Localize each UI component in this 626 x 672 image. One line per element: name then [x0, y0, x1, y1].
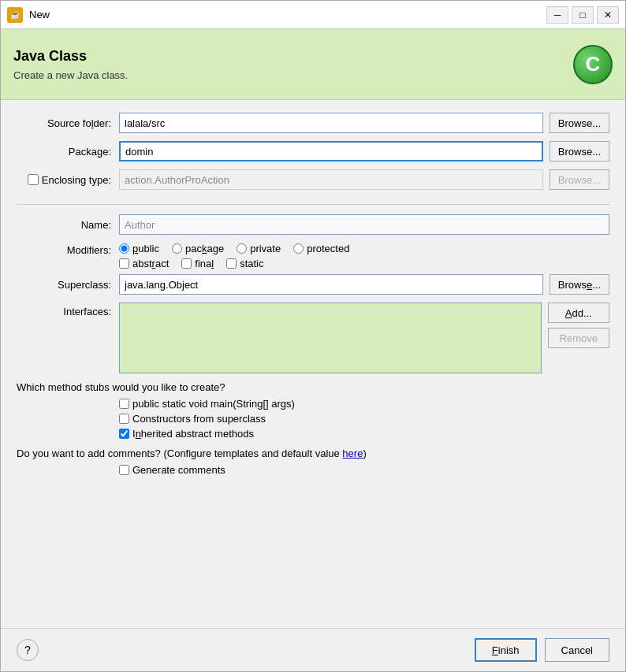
superclass-browse-button[interactable]: Browse...	[550, 274, 609, 295]
stub-inherited-label: Inherited abstract methods	[132, 428, 254, 440]
name-label: Name:	[17, 219, 119, 231]
modifier-private-label: private	[250, 243, 281, 254]
modifier-final[interactable]: final	[181, 258, 214, 269]
modifier-final-checkbox[interactable]	[181, 258, 192, 269]
modifier-static-label: static	[240, 258, 263, 269]
modifier-package[interactable]: package	[172, 243, 224, 254]
comments-link[interactable]: here	[342, 447, 363, 459]
enclosing-type-checkbox[interactable]	[28, 174, 39, 185]
superclass-row: Superclass: Browse...	[17, 274, 609, 295]
footer-left: ?	[17, 639, 39, 661]
new-java-class-dialog: ☕ New ─ □ ✕ Java Class Create a new Java…	[0, 0, 626, 672]
source-folder-label: Source folder:	[17, 117, 119, 129]
interfaces-buttons: Add... Remove	[548, 303, 609, 348]
modifiers-label: Modifiers:	[17, 243, 119, 256]
interfaces-list	[119, 303, 542, 373]
comments-section: Do you want to add comments? (Configure …	[17, 447, 609, 476]
page-subtitle: Create a new Java class.	[13, 69, 128, 81]
source-folder-row: Source folder: Browse...	[17, 113, 609, 133]
modifier-protected[interactable]: protected	[293, 243, 349, 254]
modifier-static-checkbox[interactable]	[226, 258, 237, 269]
stub-main-label: public static void main(String[] args)	[132, 398, 295, 410]
help-button[interactable]: ?	[17, 639, 39, 661]
modifiers-row: Modifiers: public package private	[17, 243, 609, 269]
package-row: Package: Browse...	[17, 141, 609, 162]
superclass-input[interactable]	[119, 274, 543, 295]
name-input[interactable]	[119, 214, 609, 235]
minimize-button[interactable]: ─	[546, 6, 568, 24]
enclosing-type-row: Enclosing type: Browse...	[17, 169, 609, 190]
stub-constructors-label: Constructors from superclass	[132, 413, 266, 425]
java-icon: C	[573, 45, 613, 84]
modifier-package-label: package	[185, 243, 224, 254]
interfaces-label: Interfaces:	[17, 303, 119, 317]
package-browse-button[interactable]: Browse...	[550, 141, 609, 162]
interfaces-add-button[interactable]: Add...	[548, 303, 609, 323]
source-folder-browse-button[interactable]: Browse...	[550, 113, 609, 133]
comments-title: Do you want to add comments? (Configure …	[17, 447, 609, 459]
source-folder-input[interactable]	[119, 113, 543, 133]
modifier-static[interactable]: static	[226, 258, 263, 269]
java-icon-letter: C	[586, 52, 601, 76]
modifier-private-radio[interactable]	[237, 243, 247, 254]
modifier-checkbox-row: abstract final static	[119, 258, 609, 269]
icon-letter: ☕	[10, 10, 20, 19]
dialog-icon: ☕	[7, 7, 23, 23]
enclosing-label-area: Enclosing type:	[17, 174, 119, 186]
comments-items: Generate comments	[119, 464, 609, 476]
separator-1	[17, 204, 609, 205]
close-button[interactable]: ✕	[597, 6, 619, 24]
modifier-public-radio[interactable]	[119, 243, 129, 254]
stub-constructors[interactable]: Constructors from superclass	[119, 413, 609, 425]
enclosing-type-browse-button: Browse...	[550, 169, 609, 190]
header-area: Java Class Create a new Java class. C	[1, 29, 625, 100]
generate-comments-label: Generate comments	[132, 464, 225, 476]
modifier-protected-label: protected	[307, 243, 349, 254]
enclosing-type-label: Enclosing type:	[42, 174, 111, 186]
enclosing-type-input[interactable]	[119, 169, 543, 190]
modifier-public[interactable]: public	[119, 243, 159, 254]
modifier-abstract-label: abstract	[132, 258, 169, 269]
package-input[interactable]	[119, 141, 543, 162]
name-row: Name:	[17, 214, 609, 235]
stubs-items: public static void main(String[] args) C…	[119, 398, 609, 440]
title-bar: ☕ New ─ □ ✕	[1, 1, 625, 29]
generate-comments-option[interactable]: Generate comments	[119, 464, 609, 476]
window-controls: ─ □ ✕	[546, 6, 619, 24]
finish-button[interactable]: Finish	[475, 638, 537, 662]
stubs-title: Which method stubs would you like to cre…	[17, 381, 609, 393]
modifier-public-label: public	[132, 243, 159, 254]
modifier-private[interactable]: private	[237, 243, 281, 254]
form-area: Source folder: Browse... Package: Browse…	[1, 100, 625, 628]
header-text: Java Class Create a new Java class.	[13, 48, 128, 81]
page-title: Java Class	[13, 48, 128, 65]
dialog-title: New	[29, 9, 546, 20]
stub-main-method[interactable]: public static void main(String[] args)	[119, 398, 609, 410]
interfaces-row: Interfaces: Add... Remove	[17, 303, 609, 373]
interfaces-remove-button: Remove	[548, 328, 609, 348]
stub-inherited[interactable]: Inherited abstract methods	[119, 428, 609, 440]
footer-right: Finish Cancel	[475, 638, 609, 662]
maximize-button[interactable]: □	[572, 6, 594, 24]
modifier-abstract[interactable]: abstract	[119, 258, 169, 269]
stub-inherited-checkbox[interactable]	[119, 429, 129, 439]
footer: ? Finish Cancel	[1, 628, 625, 671]
modifiers-content: public package private protected	[119, 243, 609, 269]
stub-main-checkbox[interactable]	[119, 399, 129, 409]
modifier-radio-row: public package private protected	[119, 243, 609, 254]
modifier-package-radio[interactable]	[172, 243, 182, 254]
modifier-final-label: final	[195, 258, 214, 269]
cancel-button[interactable]: Cancel	[545, 638, 609, 662]
stub-constructors-checkbox[interactable]	[119, 414, 129, 424]
package-label: Package:	[17, 146, 119, 158]
generate-comments-checkbox[interactable]	[119, 465, 129, 475]
modifier-abstract-checkbox[interactable]	[119, 258, 129, 269]
modifier-protected-radio[interactable]	[293, 243, 304, 254]
stubs-section: Which method stubs would you like to cre…	[17, 381, 609, 440]
superclass-label: Superclass:	[17, 279, 119, 291]
